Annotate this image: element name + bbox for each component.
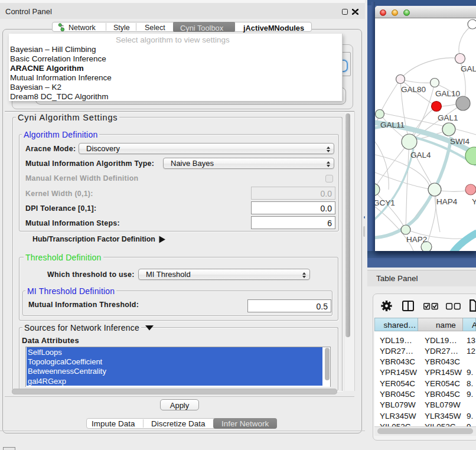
svg-text:GAL80: GAL80 <box>401 85 426 94</box>
svg-text:GAL11: GAL11 <box>380 120 405 129</box>
svg-text:GAL4: GAL4 <box>410 151 431 159</box>
svg-text:Y: Y <box>472 197 476 206</box>
svg-text:GAL10: GAL10 <box>435 89 460 98</box>
svg-text:GAL: GAL <box>461 64 476 73</box>
svg-text:GCY1: GCY1 <box>375 198 395 207</box>
svg-text:HAP4: HAP4 <box>436 197 458 206</box>
svg-text:SWI4: SWI4 <box>450 137 470 146</box>
svg-text:HAP2: HAP2 <box>406 235 427 244</box>
svg-text:GAL1: GAL1 <box>438 113 458 122</box>
